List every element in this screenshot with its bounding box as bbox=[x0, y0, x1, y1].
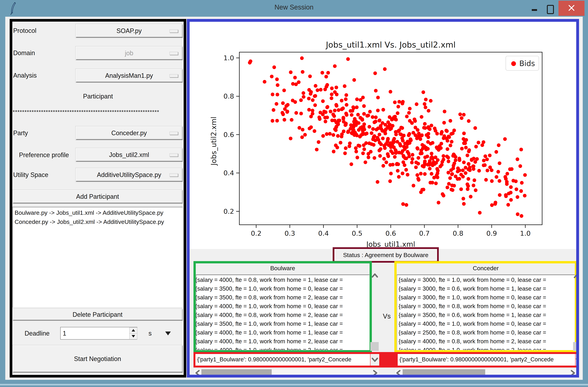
svg-text:0.4: 0.4 bbox=[318, 230, 329, 237]
domain-value: job bbox=[125, 50, 133, 57]
outcome-text: {'party1_Boulware': 0.9800000000000001, … bbox=[195, 354, 370, 363]
scroll-right-button[interactable] bbox=[372, 370, 378, 377]
spin-up-icon bbox=[132, 329, 135, 331]
scroll-up-button[interactable] bbox=[371, 272, 378, 279]
bid-row: {salary = 3500, fte = 0.6, work from hom… bbox=[399, 312, 575, 318]
status-badge: Status : Agreement by Boulware bbox=[333, 247, 439, 263]
boulware-bid-list[interactable]: {salary = 4000, fte = 0.8, work from hom… bbox=[196, 274, 369, 350]
start-negotiation-label: Start Negotiation bbox=[74, 355, 121, 363]
chart-title: Jobs_util1.xml Vs. Jobs_util2.xml bbox=[239, 40, 542, 50]
party-dropdown[interactable]: Conceder.py bbox=[75, 126, 183, 140]
add-participant-button[interactable]: Add Participant bbox=[12, 190, 183, 204]
scroll-up-button[interactable] bbox=[573, 273, 579, 280]
chart-legend: Bids bbox=[505, 56, 539, 71]
dropdown-indicator-icon bbox=[169, 30, 178, 33]
dropdown-indicator-icon bbox=[169, 74, 178, 77]
svg-text:0.2: 0.2 bbox=[251, 230, 261, 237]
protocol-dropdown[interactable]: SOAP.py bbox=[75, 24, 183, 38]
bid-space-figure: 0.20.30.40.50.60.70.80.91.00.20.40.60.81… bbox=[189, 22, 576, 249]
bid-row: {salary = 4000, fte = 1.0, work from hom… bbox=[399, 347, 575, 350]
svg-text:0.8: 0.8 bbox=[453, 230, 463, 237]
bid-row: {salary = 4000, fte = 1.0, work from hom… bbox=[198, 338, 369, 345]
analysis-label: Analysis bbox=[13, 72, 37, 79]
svg-text:1.0: 1.0 bbox=[520, 230, 530, 237]
svg-text:0.4: 0.4 bbox=[224, 169, 234, 177]
vertical-scrollbar-thumb[interactable] bbox=[573, 342, 578, 351]
participant-listbox[interactable]: Boulware.py -> Jobs_util1.xml -> Additiv… bbox=[12, 207, 183, 308]
conceder-bid-panel: Conceder {salary = 3000, fte = 1.0, work… bbox=[394, 261, 577, 352]
bid-row: {salary = 3000, fte = 0.8, work from hom… bbox=[399, 303, 575, 310]
conceder-bid-list[interactable]: {salary = 3000, fte = 1.0, work from hom… bbox=[397, 274, 575, 350]
separator-asterisks: ****************************************… bbox=[13, 109, 183, 115]
outcome-entry-conceder[interactable]: {'party1_Boulware': 0.9800000000000001, … bbox=[398, 354, 575, 366]
list-item[interactable]: Conceder.py -> Jobs_util2.xml -> Additiv… bbox=[15, 218, 183, 225]
deadline-unit-dropdown[interactable] bbox=[165, 331, 171, 335]
conceder-panel-title: Conceder bbox=[397, 265, 575, 272]
delete-participant-label: Delete Participant bbox=[73, 311, 123, 318]
svg-text:1.0: 1.0 bbox=[224, 54, 234, 62]
deadline-label: Deadline bbox=[25, 330, 50, 337]
close-icon bbox=[567, 4, 575, 13]
bid-row: {salary = 4000, fte = 0.8, work from hom… bbox=[198, 312, 369, 318]
bid-row: {salary = 4000, fte = 1.0, work from hom… bbox=[399, 320, 575, 327]
utility-space-value: AdditiveUtilitySpace.py bbox=[97, 171, 161, 179]
svg-text:0.7: 0.7 bbox=[419, 230, 430, 237]
boulware-bid-panel: Boulware {salary = 4000, fte = 0.8, work… bbox=[193, 261, 372, 352]
start-negotiation-button[interactable]: Start Negotiation bbox=[12, 345, 183, 373]
scroll-left-button[interactable] bbox=[395, 370, 401, 377]
dropdown-indicator-icon bbox=[169, 154, 178, 157]
preference-profile-value: Jobs_util2.xml bbox=[109, 151, 149, 158]
bid-row: {salary = 4000, fte = 1.0, work from hom… bbox=[198, 329, 369, 336]
svg-text:0.8: 0.8 bbox=[224, 92, 234, 100]
outcome-entry-boulware[interactable]: {'party1_Boulware': 0.9800000000000001, … bbox=[195, 354, 370, 366]
bid-row: {salary = 3000, fte = 0.6, work from hom… bbox=[399, 285, 575, 292]
maximize-button[interactable] bbox=[547, 5, 554, 14]
scroll-right-button[interactable] bbox=[570, 370, 576, 377]
close-button[interactable] bbox=[559, 1, 585, 16]
dropdown-indicator-icon bbox=[169, 132, 178, 135]
horizontal-scrollbar[interactable] bbox=[193, 369, 379, 377]
protocol-value: SOAP.py bbox=[117, 27, 142, 35]
preference-profile-dropdown[interactable]: Jobs_util2.xml bbox=[75, 148, 183, 162]
party-label: Party bbox=[13, 129, 28, 137]
spin-up-button[interactable] bbox=[129, 328, 137, 334]
svg-text:0.2: 0.2 bbox=[224, 208, 234, 215]
domain-dropdown[interactable]: job bbox=[75, 46, 183, 60]
vs-label: Vs bbox=[378, 312, 395, 320]
boulware-panel-title: Boulware bbox=[196, 265, 370, 272]
session-view-panel: 0.20.30.40.50.60.70.80.91.00.20.40.60.81… bbox=[187, 19, 579, 378]
window-title: New Session bbox=[0, 3, 588, 11]
scroll-down-button[interactable] bbox=[370, 354, 379, 366]
spin-down-button[interactable] bbox=[129, 333, 137, 339]
bid-row: {salary = 4000, fte = 1.0, work from hom… bbox=[198, 303, 369, 310]
analysis-dropdown[interactable]: AnalysisMan1.py bbox=[75, 69, 183, 83]
vertical-scrollbar-thumb[interactable] bbox=[370, 342, 379, 351]
party-value: Conceder.py bbox=[111, 129, 147, 137]
dropdown-indicator-icon bbox=[169, 174, 178, 177]
list-item[interactable]: Boulware.py -> Jobs_util1.xml -> Additiv… bbox=[15, 209, 183, 216]
horizontal-scrollbar-thumb[interactable] bbox=[403, 369, 485, 376]
scroll-left-button[interactable] bbox=[194, 370, 201, 377]
scroll-down-button[interactable] bbox=[575, 354, 579, 366]
outcome-strip: {'party1_Boulware': 0.9800000000000001, … bbox=[193, 352, 577, 368]
bid-row: {salary = 3500, fte = 0.8, work from hom… bbox=[198, 294, 369, 301]
preference-profile-label: Preference profile bbox=[19, 151, 69, 159]
legend-label: Bids bbox=[519, 59, 535, 68]
bid-row: {salary = 3500, fte = 1.0, work from hom… bbox=[198, 285, 369, 292]
domain-label: Domain bbox=[13, 49, 35, 57]
utility-space-dropdown[interactable]: AdditiveUtilitySpace.py bbox=[75, 168, 183, 182]
chevron-down-icon bbox=[165, 331, 171, 335]
bid-row: {salary = 3000, fte = 1.0, work from hom… bbox=[399, 277, 575, 283]
horizontal-scrollbar-thumb[interactable] bbox=[201, 369, 272, 376]
outcome-text: {'party1_Boulware': 0.9800000000000001, … bbox=[398, 354, 575, 363]
bid-row: {salary = 3500, fte = 1.0, work from hom… bbox=[198, 320, 369, 327]
deadline-unit-value: s bbox=[148, 330, 152, 337]
svg-text:0.6: 0.6 bbox=[385, 230, 396, 237]
analysis-value: AnalysisMan1.py bbox=[105, 72, 153, 79]
horizontal-scrollbar[interactable] bbox=[394, 369, 577, 377]
title-bar: New Session bbox=[0, 0, 588, 17]
delete-participant-button[interactable]: Delete Participant bbox=[12, 309, 183, 321]
deadline-input[interactable] bbox=[61, 327, 128, 340]
minimize-button[interactable] bbox=[532, 9, 537, 11]
spin-down-icon bbox=[132, 335, 135, 337]
